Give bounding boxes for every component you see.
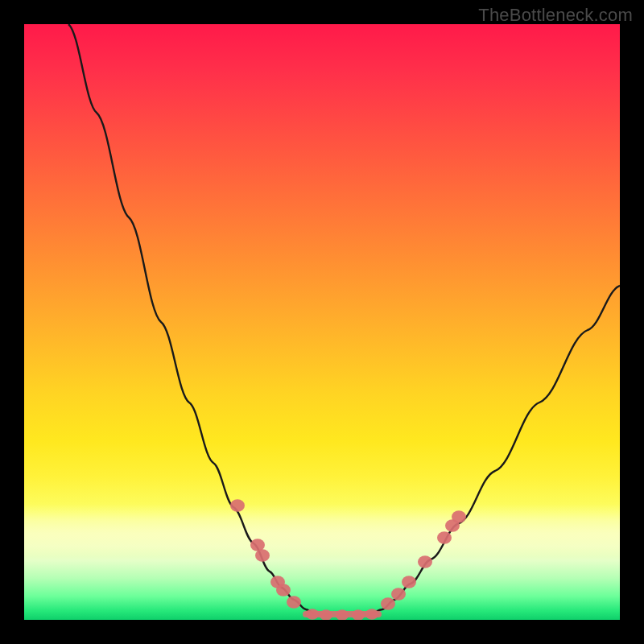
chart-frame: TheBottleneck.com (0, 0, 644, 644)
bottleneck-curve-right (370, 286, 620, 613)
data-dots-group (230, 499, 466, 620)
bottleneck-curve-left (68, 24, 314, 613)
curve-layer (24, 24, 620, 620)
watermark-text: TheBottleneck.com (478, 5, 633, 26)
data-dot (437, 531, 452, 543)
data-dot (402, 576, 416, 588)
data-dot (255, 549, 270, 561)
data-dot (365, 609, 378, 620)
data-dot (452, 510, 466, 522)
data-dot (391, 588, 406, 600)
data-dot (306, 609, 319, 620)
data-dot (276, 584, 291, 596)
data-dot (230, 499, 245, 511)
plot-area (24, 24, 620, 620)
data-dot (287, 596, 301, 608)
data-dot (381, 597, 395, 609)
data-dot (418, 555, 432, 568)
